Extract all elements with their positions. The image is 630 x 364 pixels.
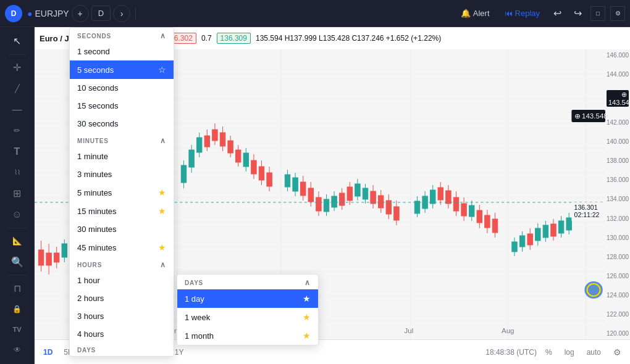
replay-button[interactable]: ⏮ Replay [500, 6, 545, 20]
price-128: 128.000 [607, 254, 629, 260]
sidebar-divider-2 [8, 228, 27, 228]
interval-1m[interactable]: 1 minute [70, 147, 174, 165]
svg-rect-142 [543, 225, 548, 238]
svg-rect-98 [347, 187, 352, 201]
undo-button[interactable]: ↩ [550, 6, 565, 20]
percent-button[interactable]: % [542, 346, 556, 358]
maximize-button[interactable]: □ [590, 6, 605, 21]
settings-gear-button[interactable]: ⚙ [610, 345, 625, 359]
text-icon[interactable]: T [6, 143, 28, 161]
settings-button[interactable]: ⚙ [610, 6, 625, 21]
svg-rect-80 [267, 173, 272, 186]
price-120: 120.000 [607, 330, 629, 337]
price-146: 146.000 [607, 52, 629, 59]
favorite-star-15m: ★ [158, 206, 166, 216]
interval-1mo[interactable]: 1 month ★ [177, 326, 318, 345]
eye-icon[interactable]: 👁 [6, 341, 28, 359]
crosshair-icon[interactable]: ✛ [6, 59, 28, 77]
interval-3m[interactable]: 3 minutes [70, 165, 174, 183]
interval-1w[interactable]: 1 week ★ [177, 308, 318, 326]
svg-rect-58 [181, 165, 186, 183]
svg-rect-100 [355, 184, 360, 196]
seconds-section-header: SECONDS ∧ [70, 28, 174, 43]
svg-rect-88 [308, 188, 313, 202]
interval-dropdown: SECONDS ∧ 1 second 5 seconds ☆ 10 second… [69, 27, 174, 357]
sidebar-divider-3 [8, 275, 27, 275]
favorite-star-5s: ☆ [158, 65, 166, 75]
interval-4h[interactable]: 4 hours [70, 325, 174, 343]
interval-15m[interactable]: 15 minutes ★ [70, 202, 174, 220]
user-avatar[interactable]: D [5, 5, 22, 22]
price-130: 130.000 [607, 234, 629, 241]
price-144: 144.000 [607, 71, 629, 78]
favorite-star-1mo: ★ [303, 331, 311, 341]
price-138: 138.000 [607, 157, 629, 164]
interval-1s[interactable]: 1 second [70, 43, 174, 60]
measure-icon[interactable]: ⊞ [6, 184, 28, 203]
svg-text:02:11:22: 02:11:22 [574, 212, 600, 218]
svg-rect-66 [212, 130, 217, 141]
auto-button[interactable]: auto [583, 346, 605, 358]
interval-10s[interactable]: 10 seconds [70, 79, 174, 97]
log-button[interactable]: log [561, 346, 578, 358]
interval-45m[interactable]: 45 minutes ★ [70, 238, 174, 257]
interval-button[interactable]: D [91, 6, 111, 21]
svg-rect-132 [492, 219, 497, 233]
interval-5s[interactable]: 5 seconds ☆ [70, 60, 174, 79]
favorite-star-1w: ★ [303, 312, 311, 322]
interval-5m[interactable]: 5 minutes ★ [70, 183, 174, 202]
timeframe-1d[interactable]: 1D [40, 346, 56, 358]
sidebar-divider-1 [8, 54, 27, 55]
svg-rect-62 [197, 138, 202, 152]
svg-rect-124 [461, 204, 466, 216]
svg-rect-112 [414, 201, 419, 213]
hours-chevron-icon: ∧ [160, 260, 166, 269]
replay-icon: ⏮ [505, 9, 513, 18]
pencil-icon[interactable]: ✏ [6, 122, 28, 140]
ruler-icon[interactable]: 📐 [6, 231, 28, 250]
svg-rect-84 [293, 178, 298, 191]
expand-interval-button[interactable]: › [113, 5, 130, 22]
trend-line-icon[interactable]: ╱ [6, 80, 28, 98]
interval-2h[interactable]: 2 hours [70, 289, 174, 307]
seconds-chevron-icon: ∧ [160, 31, 166, 40]
interval-3h[interactable]: 3 hours [70, 307, 174, 325]
price-142: 142.000 [607, 119, 629, 126]
days-chevron-icon: ∧ [304, 278, 311, 287]
svg-rect-110 [394, 207, 399, 220]
redo-button[interactable]: ↪ [570, 6, 586, 20]
svg-text:Aug: Aug [502, 327, 514, 334]
svg-text:⊕ 143.548: ⊕ 143.548 [574, 112, 605, 120]
svg-rect-74 [243, 153, 248, 167]
alert-button[interactable]: 🔔 Alert [456, 6, 495, 20]
interval-15s[interactable]: 15 seconds [70, 97, 174, 115]
magnet-icon[interactable]: ⊓ [6, 279, 28, 297]
svg-rect-86 [301, 182, 306, 196]
svg-rect-90 [316, 197, 321, 211]
interval-1d[interactable]: 1 day ★ [177, 289, 318, 308]
horizontal-line-icon[interactable]: — [6, 101, 28, 119]
svg-rect-134 [512, 242, 517, 252]
interval-30s[interactable]: 30 seconds [70, 115, 174, 133]
svg-rect-120 [446, 191, 451, 204]
chart-bottom-right: 18:48:38 (UTC) % log auto ⚙ [485, 345, 625, 359]
interval-30m[interactable]: 30 minutes [70, 220, 174, 238]
alert-icon: 🔔 [461, 9, 471, 18]
svg-rect-122 [453, 197, 458, 211]
symbol-display[interactable]: ● EURJPY [27, 9, 69, 19]
hours-section-header: HOURS ∧ [70, 257, 174, 271]
svg-rect-144 [551, 224, 556, 236]
price-134: 134.000 [607, 196, 629, 202]
add-symbol-button[interactable]: + [72, 5, 89, 22]
interval-1h[interactable]: 1 hour [70, 271, 174, 289]
smile-icon[interactable]: ☺ [6, 205, 28, 224]
svg-rect-64 [204, 136, 209, 147]
svg-rect-102 [363, 188, 368, 199]
cursor-icon[interactable]: ↖ [6, 32, 28, 51]
interval-dropdown-container: SECONDS ∧ 1 second 5 seconds ☆ 10 second… [69, 27, 174, 357]
pattern-icon[interactable]: ⌇⌇ [6, 163, 28, 182]
lock-icon[interactable]: 🔒 [6, 300, 28, 318]
topbar-divider [135, 7, 136, 20]
price-axis: 146.000 144.000 ⊕ 143.548 142.000 140.00… [605, 49, 630, 339]
magnify-icon[interactable]: 🔍 [6, 252, 28, 271]
